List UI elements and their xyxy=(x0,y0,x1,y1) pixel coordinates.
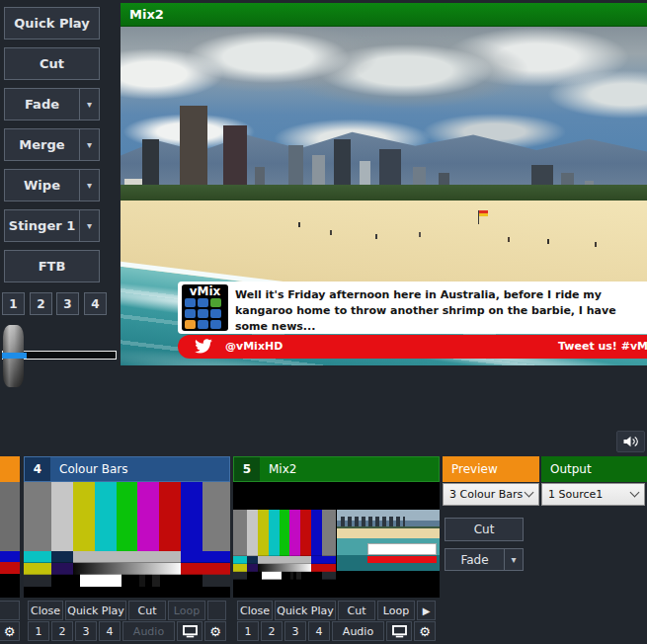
chevron-down-icon[interactable]: ▾ xyxy=(79,89,99,120)
preview-source-value: 3 Colour Bars xyxy=(449,488,526,501)
cut-button[interactable]: Cut xyxy=(338,601,375,620)
input-3-thumbnail-partial[interactable] xyxy=(0,482,20,551)
overlay-4-button[interactable]: 4 xyxy=(99,621,121,641)
social-overlay-box: vMix Well it's Friday afternoon here in … xyxy=(178,282,647,334)
overlay-3-button[interactable]: 3 xyxy=(56,292,79,315)
chevron-down-icon[interactable]: ▾ xyxy=(79,129,99,160)
input-3-settings-button[interactable]: ⚙ xyxy=(0,621,20,641)
input-3-header-partial[interactable] xyxy=(0,456,20,482)
fade-button[interactable]: Fade ▾ xyxy=(4,88,100,121)
input-settings-button[interactable]: ⚙ xyxy=(414,621,436,641)
overlay-3-button[interactable]: 3 xyxy=(75,621,97,641)
overlay-1-button[interactable]: 1 xyxy=(2,292,25,315)
cut-button[interactable]: Cut xyxy=(4,47,100,80)
input-5-header[interactable]: 5 Mix2 xyxy=(233,456,440,482)
monitor-icon xyxy=(183,625,198,638)
mix-preview-mini xyxy=(337,510,440,571)
program-monitor[interactable]: vMix Well it's Friday afternoon here in … xyxy=(121,27,647,365)
input-5-controls-row1: Close Quick Play Cut Loop ▶ xyxy=(233,601,440,620)
input-5-title: Mix2 xyxy=(260,457,439,481)
chevron-down-icon xyxy=(525,488,534,498)
overlay-2-button[interactable]: 2 xyxy=(51,621,73,641)
quick-play-button[interactable]: Quick Play xyxy=(65,601,126,620)
input-4-header[interactable]: 4 Colour Bars xyxy=(24,456,230,482)
chevron-down-icon[interactable]: ▾ xyxy=(79,210,99,241)
vmix-window: Quick Play Cut Fade ▾ Merge ▾ Wipe ▾ Sti… xyxy=(0,0,647,644)
preview-source-select[interactable]: 3 Colour Bars xyxy=(443,483,539,506)
logo-tile xyxy=(198,298,208,307)
loop-button[interactable]: Loop xyxy=(377,601,415,620)
stinger-label: Stinger 1 xyxy=(5,218,79,233)
input-3-button-partial[interactable] xyxy=(0,601,20,620)
logo-tile xyxy=(185,298,196,307)
vmix-logo-grid xyxy=(182,298,228,329)
input-4-number: 4 xyxy=(25,457,50,481)
stinger-button[interactable]: Stinger 1 ▾ xyxy=(4,209,100,242)
quick-play-button[interactable]: Quick Play xyxy=(275,601,336,620)
mixer-cut-button[interactable]: Cut xyxy=(445,518,524,541)
wipe-button[interactable]: Wipe ▾ xyxy=(4,169,100,201)
gear-icon: ⚙ xyxy=(419,625,431,638)
loop-button[interactable]: Loop xyxy=(168,601,205,620)
ftb-button[interactable]: FTB xyxy=(4,250,100,282)
ticker-call-to-action: Tweet us! #vMixHD xyxy=(558,340,647,353)
input-4-controls-row1: Close Quick Play Cut Loop xyxy=(24,601,230,620)
twitter-handle: @vMixHD xyxy=(225,340,283,353)
program-title-bar: Mix2 xyxy=(121,3,647,27)
close-button[interactable]: Close xyxy=(237,601,273,620)
logo-tile xyxy=(198,320,208,329)
input-3-thumbnail-partial xyxy=(0,574,20,598)
overlay-2-button[interactable]: 2 xyxy=(30,292,52,315)
preview-header: Preview xyxy=(443,456,539,482)
fullscreen-button[interactable] xyxy=(386,621,412,641)
mini-ticker-bar xyxy=(367,556,437,563)
play-button[interactable]: ▶ xyxy=(417,601,436,620)
play-icon: ▶ xyxy=(423,605,431,616)
overlay-1-button[interactable]: 1 xyxy=(28,621,49,641)
overlay-3-button[interactable]: 3 xyxy=(284,621,306,641)
logo-tile xyxy=(210,309,221,318)
colour-bars-pattern xyxy=(24,482,230,598)
input-settings-button[interactable]: ⚙ xyxy=(204,621,226,641)
blank-button[interactable] xyxy=(207,601,226,620)
input-4-title: Colour Bars xyxy=(50,457,229,481)
logo-tile xyxy=(198,309,208,318)
master-audio-button[interactable] xyxy=(616,431,645,452)
gear-icon: ⚙ xyxy=(209,625,221,638)
photo-skyline xyxy=(121,27,647,201)
wipe-label: Wipe xyxy=(5,178,79,193)
twitter-icon xyxy=(193,339,214,355)
chevron-down-icon[interactable]: ▾ xyxy=(504,549,523,570)
fullscreen-button[interactable] xyxy=(177,621,202,641)
input-4-controls-row2: 1 2 3 4 Audio ⚙ xyxy=(24,621,230,641)
logo-tile xyxy=(185,320,196,329)
overlay-1-button[interactable]: 1 xyxy=(237,621,259,641)
overlay-4-button[interactable]: 4 xyxy=(308,621,330,641)
overlay-2-button[interactable]: 2 xyxy=(261,621,283,641)
input-3-thumbnail-partial xyxy=(0,551,20,562)
mixer-fade-button[interactable]: Fade ▾ xyxy=(445,548,524,571)
quick-play-button[interactable]: Quick Play xyxy=(4,7,100,40)
chevron-down-icon[interactable]: ▾ xyxy=(79,170,99,201)
cut-button[interactable]: Cut xyxy=(128,601,166,620)
merge-button[interactable]: Merge ▾ xyxy=(4,128,100,161)
gear-icon: ⚙ xyxy=(4,625,16,638)
output-source-value: 1 Source1 xyxy=(548,488,631,501)
close-button[interactable]: Close xyxy=(28,601,63,620)
audio-button[interactable]: Audio xyxy=(122,621,175,641)
vmix-logo-text: vMix xyxy=(182,284,228,298)
audio-button[interactable]: Audio xyxy=(332,621,384,641)
twitter-ticker-bar: @vMixHD Tweet us! #vMixHD xyxy=(178,335,647,359)
monitor-icon xyxy=(392,625,407,638)
speaker-icon xyxy=(622,435,639,448)
output-source-select[interactable]: 1 Source1 xyxy=(541,483,645,506)
merge-label: Merge xyxy=(5,137,79,152)
vmix-logo: vMix xyxy=(182,284,228,331)
input-5-thumbnail[interactable] xyxy=(233,482,440,598)
input-4-thumbnail[interactable] xyxy=(24,482,230,598)
input-5-number: 5 xyxy=(234,457,260,481)
transition-bar-progress xyxy=(2,353,27,359)
overlay-4-button[interactable]: 4 xyxy=(84,292,107,315)
program-title: Mix2 xyxy=(129,7,164,22)
logo-tile xyxy=(185,309,196,318)
